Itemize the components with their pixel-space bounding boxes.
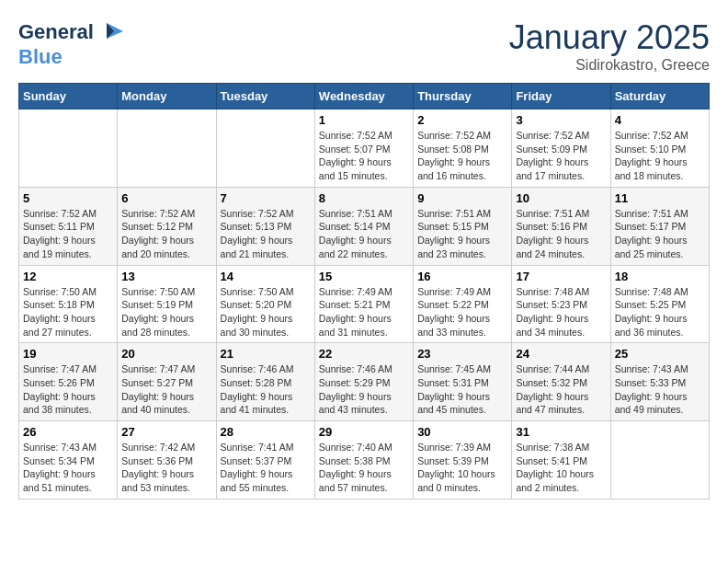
weekday-header-cell: Saturday: [610, 84, 709, 109]
day-number: 19: [23, 347, 113, 361]
day-number: 3: [516, 113, 606, 127]
weekday-header-cell: Wednesday: [314, 84, 413, 109]
day-number: 7: [221, 191, 311, 205]
day-number: 6: [121, 191, 211, 205]
calendar-day-cell: 30Sunrise: 7:39 AM Sunset: 5:39 PM Dayli…: [414, 421, 512, 500]
calendar-day-cell: 7Sunrise: 7:52 AM Sunset: 5:13 PM Daylig…: [216, 187, 314, 265]
calendar-day-cell: 19Sunrise: 7:47 AM Sunset: 5:26 PM Dayli…: [19, 343, 118, 421]
day-number: 15: [319, 270, 409, 283]
day-info: Sunrise: 7:52 AM Sunset: 5:10 PM Dayligh…: [615, 129, 705, 183]
day-info: Sunrise: 7:41 AM Sunset: 5:37 PM Dayligh…: [221, 441, 311, 495]
day-info: Sunrise: 7:52 AM Sunset: 5:12 PM Dayligh…: [121, 207, 211, 261]
day-number: 23: [417, 347, 507, 361]
day-number: 9: [417, 191, 507, 205]
logo-icon: [97, 18, 125, 46]
day-info: Sunrise: 7:43 AM Sunset: 5:33 PM Dayligh…: [615, 362, 705, 417]
calendar-week-row: 5Sunrise: 7:52 AM Sunset: 5:11 PM Daylig…: [19, 187, 710, 265]
logo-text: General: [18, 21, 94, 43]
day-info: Sunrise: 7:43 AM Sunset: 5:34 PM Dayligh…: [23, 441, 113, 495]
calendar-day-cell: 15Sunrise: 7:49 AM Sunset: 5:21 PM Dayli…: [314, 265, 413, 343]
day-info: Sunrise: 7:50 AM Sunset: 5:19 PM Dayligh…: [121, 285, 211, 339]
day-info: Sunrise: 7:46 AM Sunset: 5:28 PM Dayligh…: [221, 362, 311, 417]
day-info: Sunrise: 7:38 AM Sunset: 5:41 PM Dayligh…: [516, 441, 606, 495]
logo: General Blue: [18, 18, 125, 68]
calendar-day-cell: 18Sunrise: 7:48 AM Sunset: 5:25 PM Dayli…: [610, 265, 709, 343]
calendar-day-cell: 11Sunrise: 7:51 AM Sunset: 5:17 PM Dayli…: [610, 187, 709, 265]
day-info: Sunrise: 7:52 AM Sunset: 5:09 PM Dayligh…: [516, 129, 606, 183]
calendar-day-cell: 8Sunrise: 7:51 AM Sunset: 5:14 PM Daylig…: [314, 187, 413, 265]
calendar-day-cell: 4Sunrise: 7:52 AM Sunset: 5:10 PM Daylig…: [610, 109, 709, 188]
day-info: Sunrise: 7:50 AM Sunset: 5:20 PM Dayligh…: [221, 285, 311, 339]
day-info: Sunrise: 7:51 AM Sunset: 5:14 PM Dayligh…: [319, 207, 409, 261]
calendar-day-cell: 12Sunrise: 7:50 AM Sunset: 5:18 PM Dayli…: [19, 265, 118, 343]
calendar-day-cell: 10Sunrise: 7:51 AM Sunset: 5:16 PM Dayli…: [512, 187, 610, 265]
day-info: Sunrise: 7:52 AM Sunset: 5:11 PM Dayligh…: [23, 207, 113, 261]
calendar-week-row: 26Sunrise: 7:43 AM Sunset: 5:34 PM Dayli…: [19, 421, 710, 500]
day-info: Sunrise: 7:48 AM Sunset: 5:25 PM Dayligh…: [615, 285, 705, 339]
day-number: 24: [516, 347, 606, 361]
day-number: 20: [121, 347, 211, 361]
day-number: 28: [221, 425, 311, 439]
weekday-header-cell: Friday: [512, 84, 610, 109]
calendar-day-cell: 14Sunrise: 7:50 AM Sunset: 5:20 PM Dayli…: [216, 265, 314, 343]
day-number: 16: [417, 270, 507, 283]
calendar-day-cell: 24Sunrise: 7:44 AM Sunset: 5:32 PM Dayli…: [512, 343, 610, 421]
day-number: 17: [516, 270, 606, 283]
day-info: Sunrise: 7:39 AM Sunset: 5:39 PM Dayligh…: [417, 441, 507, 495]
calendar-day-cell: 25Sunrise: 7:43 AM Sunset: 5:33 PM Dayli…: [610, 343, 709, 421]
day-info: Sunrise: 7:51 AM Sunset: 5:17 PM Dayligh…: [615, 207, 705, 261]
calendar-day-cell: 16Sunrise: 7:49 AM Sunset: 5:22 PM Dayli…: [414, 265, 512, 343]
day-info: Sunrise: 7:49 AM Sunset: 5:22 PM Dayligh…: [417, 285, 507, 339]
day-number: 4: [615, 113, 705, 127]
calendar-day-cell: 9Sunrise: 7:51 AM Sunset: 5:15 PM Daylig…: [414, 187, 512, 265]
calendar-day-cell: 23Sunrise: 7:45 AM Sunset: 5:31 PM Dayli…: [414, 343, 512, 421]
day-number: 1: [319, 113, 409, 127]
day-number: 5: [23, 191, 113, 205]
weekday-header-cell: Tuesday: [216, 84, 314, 109]
day-number: 22: [319, 347, 409, 361]
day-number: 30: [417, 425, 507, 439]
day-info: Sunrise: 7:40 AM Sunset: 5:38 PM Dayligh…: [319, 441, 409, 495]
day-info: Sunrise: 7:50 AM Sunset: 5:18 PM Dayligh…: [23, 285, 113, 339]
day-number: 25: [615, 347, 705, 361]
weekday-header-cell: Monday: [118, 84, 216, 109]
calendar-day-cell: 27Sunrise: 7:42 AM Sunset: 5:36 PM Dayli…: [118, 421, 216, 500]
day-number: 29: [319, 425, 409, 439]
day-info: Sunrise: 7:42 AM Sunset: 5:36 PM Dayligh…: [121, 441, 211, 495]
calendar-day-cell: 5Sunrise: 7:52 AM Sunset: 5:11 PM Daylig…: [19, 187, 118, 265]
calendar-day-cell: 22Sunrise: 7:46 AM Sunset: 5:29 PM Dayli…: [314, 343, 413, 421]
day-number: 13: [121, 270, 211, 283]
day-number: 18: [615, 270, 705, 283]
day-info: Sunrise: 7:46 AM Sunset: 5:29 PM Dayligh…: [319, 362, 409, 417]
calendar-day-cell: 6Sunrise: 7:52 AM Sunset: 5:12 PM Daylig…: [118, 187, 216, 265]
calendar-day-cell: 28Sunrise: 7:41 AM Sunset: 5:37 PM Dayli…: [216, 421, 314, 500]
day-number: 10: [516, 191, 606, 205]
calendar-day-cell: 2Sunrise: 7:52 AM Sunset: 5:08 PM Daylig…: [414, 109, 512, 188]
calendar-day-cell: [216, 109, 314, 188]
month-title: January 2025: [509, 18, 710, 57]
calendar-day-cell: 13Sunrise: 7:50 AM Sunset: 5:19 PM Dayli…: [118, 265, 216, 343]
day-number: 2: [417, 113, 507, 127]
page-header: General Blue January 2025 Sidirokastro, …: [18, 18, 710, 74]
calendar-day-cell: [118, 109, 216, 188]
location: Sidirokastro, Greece: [509, 57, 710, 74]
weekday-header-cell: Sunday: [19, 84, 118, 109]
day-number: 21: [221, 347, 311, 361]
calendar-day-cell: 20Sunrise: 7:47 AM Sunset: 5:27 PM Dayli…: [118, 343, 216, 421]
calendar-day-cell: 1Sunrise: 7:52 AM Sunset: 5:07 PM Daylig…: [314, 109, 413, 188]
calendar-day-cell: [610, 421, 709, 500]
calendar-week-row: 19Sunrise: 7:47 AM Sunset: 5:26 PM Dayli…: [19, 343, 710, 421]
calendar-week-row: 12Sunrise: 7:50 AM Sunset: 5:18 PM Dayli…: [19, 265, 710, 343]
day-number: 27: [121, 425, 211, 439]
day-number: 14: [221, 270, 311, 283]
day-info: Sunrise: 7:51 AM Sunset: 5:15 PM Dayligh…: [417, 207, 507, 261]
day-number: 31: [516, 425, 606, 439]
weekday-header-cell: Thursday: [414, 84, 512, 109]
day-info: Sunrise: 7:52 AM Sunset: 5:08 PM Dayligh…: [417, 129, 507, 183]
day-info: Sunrise: 7:49 AM Sunset: 5:21 PM Dayligh…: [319, 285, 409, 339]
calendar-table: SundayMondayTuesdayWednesdayThursdayFrid…: [18, 83, 710, 500]
calendar-day-cell: 29Sunrise: 7:40 AM Sunset: 5:38 PM Dayli…: [314, 421, 413, 500]
day-info: Sunrise: 7:52 AM Sunset: 5:13 PM Dayligh…: [221, 207, 311, 261]
calendar-day-cell: 3Sunrise: 7:52 AM Sunset: 5:09 PM Daylig…: [512, 109, 610, 188]
logo-blue: Blue: [18, 45, 63, 68]
